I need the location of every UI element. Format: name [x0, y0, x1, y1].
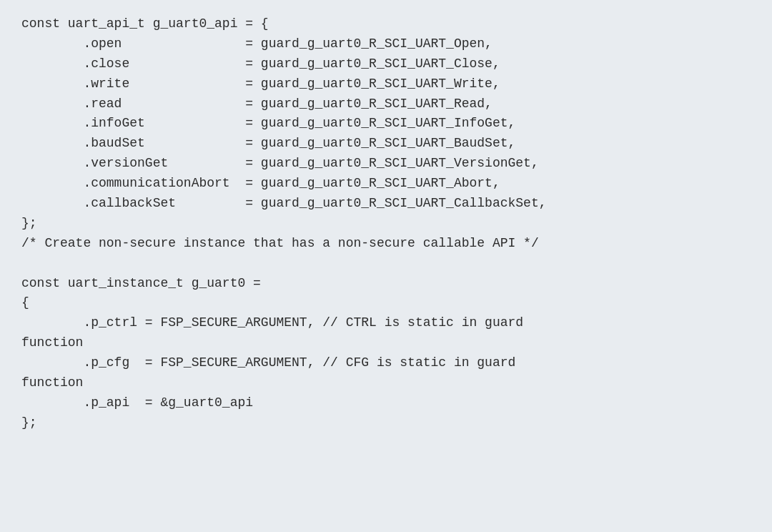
code-line: .infoGet = guard_g_uart0_R_SCI_UART_Info… [21, 114, 751, 134]
code-line: function [21, 373, 751, 393]
code-line: }; [21, 413, 751, 433]
code-line: const uart_api_t g_uart0_api = { [21, 14, 751, 34]
code-line: .p_ctrl = FSP_SECURE_ARGUMENT, // CTRL i… [21, 313, 751, 333]
code-line [21, 254, 751, 274]
code-line: }; [21, 214, 751, 234]
code-line: function [21, 333, 751, 353]
code-line: .communicationAbort = guard_g_uart0_R_SC… [21, 174, 751, 194]
code-line: .read = guard_g_uart0_R_SCI_UART_Read, [21, 94, 751, 114]
code-line: const uart_instance_t g_uart0 = [21, 274, 751, 294]
code-line: .close = guard_g_uart0_R_SCI_UART_Close, [21, 54, 751, 74]
code-line: /* Create non-secure instance that has a… [21, 234, 751, 254]
code-line: .baudSet = guard_g_uart0_R_SCI_UART_Baud… [21, 134, 751, 154]
code-line: { [21, 293, 751, 313]
code-line: .p_cfg = FSP_SECURE_ARGUMENT, // CFG is … [21, 353, 751, 373]
code-line: .open = guard_g_uart0_R_SCI_UART_Open, [21, 34, 751, 54]
code-line: .write = guard_g_uart0_R_SCI_UART_Write, [21, 74, 751, 94]
code-line: .callbackSet = guard_g_uart0_R_SCI_UART_… [21, 194, 751, 214]
code-line: .versionGet = guard_g_uart0_R_SCI_UART_V… [21, 154, 751, 174]
code-block: const uart_api_t g_uart0_api = { .open =… [21, 14, 751, 433]
code-line: .p_api = &g_uart0_api [21, 393, 751, 413]
code-container: const uart_api_t g_uart0_api = { .open =… [0, 0, 772, 532]
